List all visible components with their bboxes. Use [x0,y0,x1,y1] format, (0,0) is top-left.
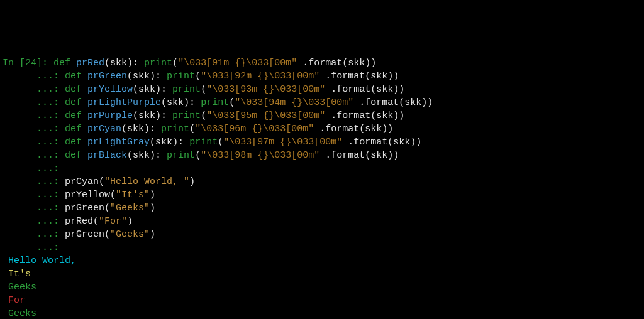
call-fn: prYellow [65,190,110,200]
function-name: prGreen [87,71,127,82]
param: skk [133,71,150,82]
builtin-print: print [144,58,172,68]
keyword-def: def [65,111,87,121]
string-quote: " [206,111,212,121]
string-arg: "For" [99,216,127,227]
function-name: prYellow [87,84,133,95]
paren: ( [121,124,127,134]
escape-seq: \033[97m {} [229,137,291,148]
output-text: Hello World, [3,256,76,266]
escape-seq: \033[00m" [274,111,325,121]
keyword-def: def [65,84,87,95]
builtin-print: print [172,84,201,95]
builtin-print: print [167,150,195,161]
prompt-cont: ...: [3,203,65,214]
paren: ( [172,58,178,68]
code-line: ...: [3,241,641,254]
prompt-cont: ...: [3,137,65,148]
prompt-cont: ...: [3,190,65,200]
prompt-cont: ...: [3,84,65,95]
paren: ( [161,97,167,108]
call-fn: prGreen [65,203,104,214]
prompt-cont: ...: [3,229,65,240]
prompt-cont: ...: [3,242,59,253]
string-arg: "It's" [116,190,150,200]
keyword-def: def [65,97,87,108]
output-line: Geeks [3,281,641,294]
string-quote: " [178,58,184,68]
punct: ): [150,71,167,82]
punct: ): [155,111,172,121]
code-line: ...: def prLightPurple(skk): print("\033… [3,96,641,109]
function-name: prLightPurple [87,97,161,108]
prompt-cont: ...: [3,71,65,82]
paren: ( [195,71,201,82]
call-fn: prRed [65,216,93,227]
code-line: ...: [3,162,641,175]
string-quote: " [235,97,240,108]
output-text: It's [3,269,31,279]
param: skk [127,124,144,134]
paren: ( [104,58,110,68]
paren: ( [99,176,104,187]
prompt-cont: ...: [3,176,65,187]
method-format: .format(skk)) [325,111,404,121]
paren: ( [218,137,223,148]
escape-seq: \033[00m" [263,124,314,134]
code-line: ...: def prLightGray(skk): print("\033[9… [3,136,641,149]
code-line: ...: prGreen("Geeks") [3,228,641,241]
output-line: It's [3,268,641,281]
code-line: ...: def prCyan(skk): print("\033[96m {}… [3,122,641,136]
code-line: ...: def prBlack(skk): print("\033[98m {… [3,149,641,162]
code-line: In [24]: def prRed(skk): print("\033[91m… [3,57,641,70]
call-fn: prCyan [65,176,99,187]
escape-seq: \033[00m" [269,71,319,82]
prompt-cont: ...: [3,111,65,121]
paren: ( [104,203,110,214]
output-line: Hello World, [3,254,641,268]
string-arg: "Geeks" [110,229,150,240]
paren: ) [150,203,155,214]
builtin-print: print [161,124,189,134]
builtin-print: print [172,111,201,121]
code-line: ...: def prPurple(skk): print("\033[95m … [3,109,641,122]
string-arg: "Hello World, " [104,176,189,187]
prompt-in: In [24]: [3,58,53,68]
param: skk [110,58,127,68]
param: skk [167,97,184,108]
keyword-def: def [53,58,76,68]
code-line: ...: def prGreen(skk): print("\033[92m {… [3,70,641,83]
keyword-def: def [65,137,87,148]
method-format: .format(skk)) [314,124,393,134]
string-quote: " [223,137,229,148]
string-quote: " [195,124,201,134]
punct: ): [172,137,189,148]
code-line: ...: prCyan("Hello World, ") [3,175,641,188]
output-line: Geeks [3,307,641,319]
method-format: .format(skk)) [297,58,376,68]
prompt-cont: ...: [3,97,65,108]
param: skk [138,111,155,121]
paren: ( [93,216,99,227]
output-text: For [3,295,25,306]
escape-seq: \033[96m {} [201,124,263,134]
ipython-terminal[interactable]: In [24]: def prRed(skk): print("\033[91m… [3,57,641,319]
output-text: Geeks [3,308,36,319]
paren: ( [133,84,138,95]
paren: ( [201,111,206,121]
escape-seq: \033[95m {} [212,111,274,121]
paren: ) [150,190,155,200]
punct: ): [127,58,144,68]
paren: ( [110,190,116,200]
code-line: ...: prYellow("It's") [3,188,641,202]
escape-seq: \033[94m {} [240,97,303,108]
builtin-print: print [201,97,229,108]
param: skk [138,84,155,95]
paren: ) [189,176,195,187]
paren: ( [104,229,110,240]
function-name: prRed [76,58,104,68]
method-format: .format(skk)) [319,71,399,82]
param: skk [155,137,172,148]
prompt-cont: ...: [3,124,65,134]
escape-seq: \033[00m" [274,84,325,95]
